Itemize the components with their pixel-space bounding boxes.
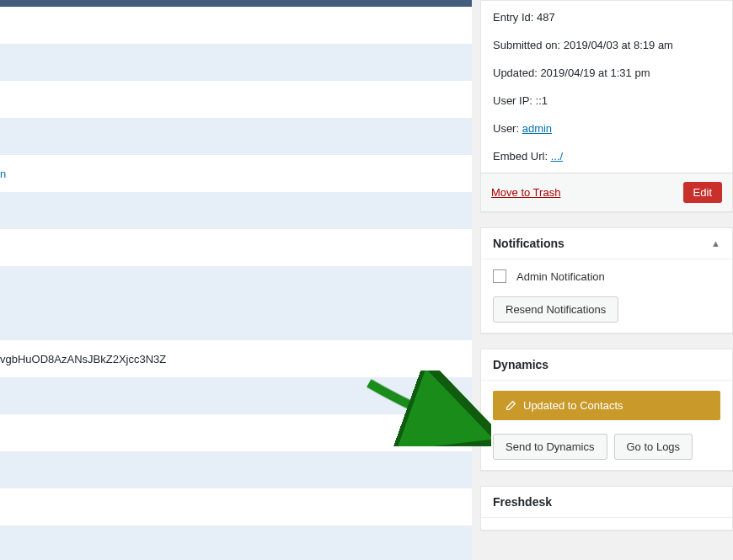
user-ip-row: User IP: ::1 bbox=[493, 94, 720, 107]
dynamics-box: Dynamics Updated to Contacts Send to Dyn… bbox=[480, 349, 733, 471]
user-row: User: admin bbox=[493, 122, 720, 135]
user-label: User: bbox=[493, 122, 519, 135]
freshdesk-header[interactable]: Freshdesk bbox=[481, 487, 732, 518]
table-row bbox=[0, 525, 472, 560]
dynamics-status-label: Updated to Contacts bbox=[523, 399, 623, 412]
move-to-trash-link[interactable]: Move to Trash bbox=[491, 186, 560, 199]
admin-notification-row: Admin Notification bbox=[493, 269, 720, 283]
table-row bbox=[0, 303, 472, 340]
table-row bbox=[0, 44, 472, 81]
table-row bbox=[0, 118, 472, 155]
user-ip-value: ::1 bbox=[536, 94, 548, 107]
table-row bbox=[0, 377, 472, 414]
edit-button[interactable]: Edit bbox=[683, 182, 722, 203]
embed-url-label: Embed Url: bbox=[493, 150, 548, 163]
entry-id-value: 487 bbox=[537, 11, 555, 24]
table-row bbox=[0, 451, 472, 488]
resend-notifications-button[interactable]: Resend Notifications bbox=[493, 296, 618, 323]
admin-notification-label: Admin Notification bbox=[516, 270, 605, 283]
table-row bbox=[0, 229, 472, 266]
send-to-dynamics-button[interactable]: Send to Dynamics bbox=[493, 434, 607, 460]
table-row bbox=[0, 81, 472, 118]
submitted-row: Submitted on: 2019/04/03 at 8:19 am bbox=[493, 39, 720, 51]
main-content: n vgbHuOD8AzANsJBkZ2Xjcc3N3Z bbox=[0, 0, 472, 560]
table-row: n bbox=[0, 155, 472, 192]
table-row bbox=[0, 414, 472, 451]
link-fragment[interactable]: n bbox=[0, 168, 6, 180]
user-link[interactable]: admin bbox=[522, 122, 552, 135]
freshdesk-box: Freshdesk bbox=[480, 486, 733, 531]
sidebar: Entry Id: 487 Submitted on: 2019/04/03 a… bbox=[480, 0, 733, 560]
entry-meta-box: Entry Id: 487 Submitted on: 2019/04/03 a… bbox=[480, 0, 733, 212]
entry-id-label: Entry Id: bbox=[493, 11, 533, 24]
entry-meta-footer: Move to Trash Edit bbox=[481, 173, 732, 211]
embed-url-link[interactable]: .../ bbox=[551, 150, 563, 163]
table-row: vgbHuOD8AzANsJBkZ2Xjcc3N3Z bbox=[0, 340, 472, 377]
dynamics-header[interactable]: Dynamics bbox=[481, 349, 732, 381]
updated-label: Updated: bbox=[493, 67, 538, 79]
dynamics-status-bar: Updated to Contacts bbox=[493, 391, 720, 420]
notifications-title: Notifications bbox=[493, 237, 564, 250]
updated-value: 2019/04/19 at 1:31 pm bbox=[540, 67, 650, 79]
notifications-box: Notifications ▲ Admin Notification Resen… bbox=[480, 227, 733, 333]
submitted-value: 2019/04/03 at 8:19 am bbox=[564, 39, 673, 51]
embed-url-row: Embed Url: .../ bbox=[493, 150, 720, 163]
table-row bbox=[0, 488, 472, 525]
dynamics-title: Dynamics bbox=[493, 358, 548, 371]
collapse-icon[interactable]: ▲ bbox=[711, 238, 720, 248]
table-row bbox=[0, 7, 472, 44]
header-bar bbox=[0, 0, 472, 7]
admin-notification-checkbox[interactable] bbox=[493, 269, 506, 283]
table-row bbox=[0, 192, 472, 229]
go-to-logs-button[interactable]: Go to Logs bbox=[614, 434, 693, 460]
user-ip-label: User IP: bbox=[493, 94, 532, 107]
submitted-label: Submitted on: bbox=[493, 39, 560, 51]
freshdesk-title: Freshdesk bbox=[493, 495, 552, 509]
updated-row: Updated: 2019/04/19 at 1:31 pm bbox=[493, 67, 720, 79]
table-row bbox=[0, 266, 472, 303]
notifications-header[interactable]: Notifications ▲ bbox=[481, 228, 732, 259]
entry-id-row: Entry Id: 487 bbox=[493, 11, 720, 24]
hash-text: vgbHuOD8AzANsJBkZ2Xjcc3N3Z bbox=[0, 353, 166, 365]
edit-icon bbox=[505, 400, 516, 412]
